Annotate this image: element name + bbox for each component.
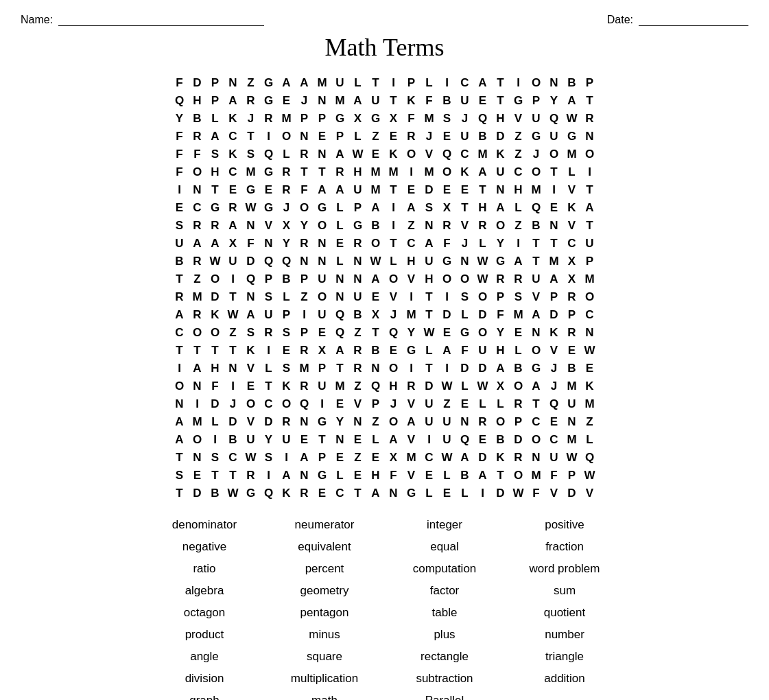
grid-cell: U	[421, 253, 438, 270]
grid-cell: O	[474, 288, 492, 306]
grid-cell: K	[206, 306, 224, 324]
grid-cell: F	[296, 181, 313, 199]
word-item: pentagon	[265, 604, 385, 622]
grid-cell: B	[438, 92, 456, 110]
grid-cell: E	[349, 467, 367, 485]
grid-cell: N	[349, 413, 367, 431]
grid-cell: S	[171, 467, 189, 485]
grid-cell: I	[224, 377, 242, 395]
grid-cell: A	[206, 128, 224, 145]
grid-cell: E	[313, 128, 331, 145]
grid-cell: R	[260, 324, 278, 342]
grid-cell: M	[581, 270, 599, 288]
grid-cell: L	[563, 163, 581, 181]
grid-cell: V	[528, 288, 545, 306]
grid-cell: I	[403, 360, 421, 377]
grid-cell: O	[528, 431, 545, 449]
word-item: multiplication	[265, 670, 385, 688]
grid-cell: L	[367, 431, 385, 449]
grid-cell: P	[528, 92, 545, 110]
grid-cell: N	[260, 235, 278, 253]
grid-cell: Q	[474, 110, 492, 128]
grid-cell: N	[224, 360, 242, 377]
grid-cell: F	[242, 235, 260, 253]
grid-cell: N	[296, 128, 313, 145]
grid-cell: R	[206, 217, 224, 235]
grid-cell: X	[492, 377, 510, 395]
grid-cell: C	[224, 449, 242, 467]
grid-cell: O	[438, 270, 456, 288]
grid-cell: G	[403, 342, 421, 360]
grid-cell: Z	[367, 128, 385, 145]
grid-cell: D	[474, 306, 492, 324]
grid-cell: R	[296, 235, 313, 253]
grid-cell: M	[581, 395, 599, 413]
grid-cell: T	[581, 217, 599, 235]
grid-cell: O	[528, 163, 545, 181]
grid-cell: H	[349, 163, 367, 181]
grid-cell: O	[206, 324, 224, 342]
grid-cell: W	[367, 253, 385, 270]
word-item	[505, 692, 625, 700]
grid-cell: R	[189, 253, 206, 270]
grid-cell: B	[474, 128, 492, 145]
word-item: computation	[385, 560, 505, 578]
grid-cell: L	[206, 110, 224, 128]
grid-cell: Q	[171, 92, 189, 110]
grid-cell: R	[510, 395, 528, 413]
grid-cell: A	[385, 431, 403, 449]
word-item: plus	[385, 626, 505, 644]
grid-table: FDPNZGAAMULTIPLICATIONBPQHPARGEJNMAUTKFB…	[171, 74, 599, 502]
grid-cell: S	[206, 145, 224, 163]
grid-cell: W	[206, 253, 224, 270]
grid-cell: G	[563, 128, 581, 145]
name-label: Name:	[21, 14, 53, 26]
grid-cell: Z	[349, 324, 367, 342]
grid-cell: H	[189, 92, 206, 110]
grid-cell: T	[492, 467, 510, 485]
grid-cell: A	[492, 199, 510, 217]
grid-cell: Q	[581, 449, 599, 467]
grid-cell: E	[367, 288, 385, 306]
grid-cell: B	[367, 342, 385, 360]
word-item: equal	[385, 538, 505, 556]
grid-cell: L	[421, 74, 438, 92]
grid-cell: R	[563, 324, 581, 342]
grid-cell: R	[296, 145, 313, 163]
grid-cell: R	[403, 128, 421, 145]
grid-cell: M	[278, 110, 296, 128]
grid-cell: R	[510, 449, 528, 467]
grid-cell: E	[510, 324, 528, 342]
grid-cell: G	[528, 128, 545, 145]
grid-cell: P	[403, 74, 421, 92]
grid-cell: P	[296, 110, 313, 128]
grid-cell: O	[456, 270, 474, 288]
grid-cell: J	[545, 360, 563, 377]
grid-cell: V	[563, 217, 581, 235]
grid-cell: N	[242, 217, 260, 235]
grid-cell: D	[242, 253, 260, 270]
grid-cell: P	[545, 288, 563, 306]
grid-cell: J	[545, 377, 563, 395]
grid-cell: Z	[349, 377, 367, 395]
grid-cell: G	[528, 360, 545, 377]
grid-cell: J	[456, 110, 474, 128]
grid-cell: N	[456, 413, 474, 431]
grid-cell: B	[563, 74, 581, 92]
grid-cell: T	[206, 181, 224, 199]
grid-cell: J	[421, 128, 438, 145]
grid-cell: U	[313, 377, 331, 395]
grid-cell: I	[438, 74, 456, 92]
grid-cell: O	[528, 74, 545, 92]
grid-cell: Y	[545, 92, 563, 110]
grid-cell: L	[474, 395, 492, 413]
grid-cell: N	[528, 324, 545, 342]
grid-cell: Y	[492, 235, 510, 253]
grid-cell: E	[456, 181, 474, 199]
grid-cell: N	[331, 431, 349, 449]
page-title: Math Terms	[21, 33, 748, 62]
grid-cell: R	[581, 110, 599, 128]
grid-cell: P	[313, 360, 331, 377]
grid-cell: K	[563, 199, 581, 217]
grid-cell: Y	[278, 235, 296, 253]
